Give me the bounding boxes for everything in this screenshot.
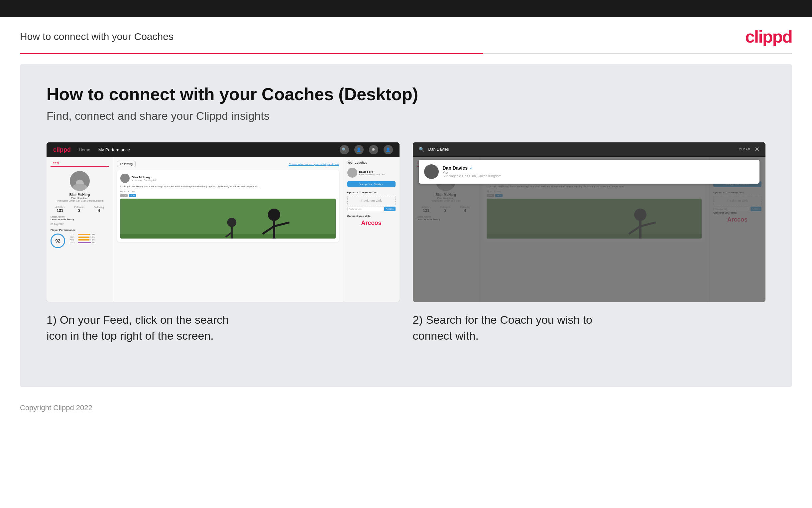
app-logo-small-1: clippd [53,146,71,153]
top-bar [0,0,812,17]
search-bar: 🔍 Dan Davies CLEAR ✕ [413,142,766,156]
trackman-box: Trackman Link [347,196,395,205]
bar-ott: OTT 90 [70,234,95,236]
profile-avatar [70,171,90,191]
search-magnifier-icon: 🔍 [419,147,424,152]
coach-avatar [347,168,357,178]
feed-tab: Feed [51,161,109,167]
manage-coaches-button[interactable]: Manage Your Coaches [347,181,395,187]
clippd-logo: clippd [745,27,792,47]
post-author-name: Blair McHarg [132,176,157,179]
search-close-icon[interactable]: ✕ [755,146,760,153]
svg-point-3 [268,209,280,221]
trackman-input-row: Add Link [347,207,395,211]
add-link-button[interactable]: Add Link [384,207,395,211]
nav-myperformance-1: My Performance [98,147,130,153]
perf-bars: OTT 90 APP 85 [70,234,95,244]
stat-following-value: 4 [94,208,104,213]
stat-followers-label: Followers [75,206,85,208]
stat-following: Following 4 [94,206,104,213]
screenshot-2-container: clippd Home My Performance 🔍 👤 ⚙ Feed [413,142,766,344]
mock-screen-2: clippd Home My Performance 🔍 👤 ⚙ Feed [413,142,766,302]
screenshots-row: clippd Home My Performance 🔍 👤 ⚙ 👤 Feed [47,142,765,344]
post-author-avatar [120,174,130,183]
result-avatar [424,164,439,179]
post-body: Looking to feel like my hands are exitin… [120,185,336,188]
search-clear-button[interactable]: CLEAR [739,148,751,151]
post-image [120,199,336,239]
search-query-display: Dan Davies [428,147,735,152]
mock-screen-1: clippd Home My Performance 🔍 👤 ⚙ 👤 Feed [47,142,399,302]
result-club: Sunningdale Golf Club, United Kingdom [443,174,501,178]
coaches-title: Your Coaches [347,161,395,164]
following-row: Following Control who can see your activ… [117,161,339,167]
avatar-nav[interactable]: 👤 [384,145,393,154]
left-panel-1: Feed Blair McHarg Plus Handicap Royal No… [47,157,113,302]
app-body-1: Feed Blair McHarg Plus Handicap Royal No… [47,157,399,302]
search-result-item[interactable]: Dan Davies ✓ Pro Sunningdale Golf Club, … [419,160,760,184]
stat-following-label: Following [94,206,104,208]
trackman-input[interactable] [347,207,384,211]
bar-putt: PUTT 96 [70,242,95,244]
user-icon-nav[interactable]: 👤 [354,145,364,154]
screenshot-1-container: clippd Home My Performance 🔍 👤 ⚙ 👤 Feed [47,142,399,344]
bar-arg: ARG 86 [70,239,95,241]
app-nav-1: clippd Home My Performance 🔍 👤 ⚙ 👤 [47,142,399,157]
main-content: How to connect with your Coaches (Deskto… [20,64,792,387]
post-card: Blair McHarg Yesterday · Sunningdale Loo… [117,170,339,242]
footer: Copyright Clippd 2022 [0,397,812,419]
result-role: Pro [443,171,501,174]
coach-name: David Ford [359,170,385,173]
main-subtitle: Find, connect and share your Clippd insi… [47,110,765,122]
feed-section-1: Following Control who can see your activ… [113,157,343,302]
following-button[interactable]: Following [117,161,136,167]
latest-activity-name: Lesson with Fordy [51,218,109,221]
profile-club: Royal North Devon Golf Club, United King… [51,200,109,202]
trackman-section: Upload a Trackman Test Trackman Link Add… [347,191,395,211]
header: How to connect with your Coaches clippd [0,17,812,53]
stat-activities: Activities 131 [55,206,65,213]
app-button[interactable]: APP [129,194,136,197]
page-title: How to connect with your Coaches [20,31,174,42]
search-icon-nav[interactable]: 🔍 [340,145,349,154]
control-link[interactable]: Control who can see your activity and da… [289,163,339,166]
post-meta: Yesterday · Sunningdale [132,179,157,181]
coach-club: Royal North Devon Golf Club [359,173,385,175]
coach-item: David Ford Royal North Devon Golf Club [347,168,395,178]
result-info: Dan Davies ✓ Pro Sunningdale Golf Club, … [443,165,501,178]
trackman-title: Upload a Trackman Test [347,191,395,194]
stat-activities-value: 131 [55,208,65,213]
off-button[interactable]: OTT [120,194,128,197]
nav-home-1: Home [79,147,90,153]
latest-activity-label: Latest Activity [51,216,109,218]
bar-app: APP 85 [70,236,95,238]
player-perf-title: Player Performance [51,228,109,231]
post-buttons: OTT APP [120,194,336,197]
header-divider [20,53,792,54]
arccos-logo: Arccos [347,220,395,226]
svg-rect-0 [120,199,336,239]
main-title: How to connect with your Coaches (Deskto… [47,84,765,104]
verified-icon: ✓ [470,166,473,171]
perf-score: 92 [51,234,65,248]
profile-handicap: Plus Handicap [51,197,109,200]
search-panel: 🔍 Dan Davies CLEAR ✕ Dan Davies ✓ [413,142,766,187]
stats-row: Activities 131 Followers 3 Following 4 [51,206,109,213]
post-header: Blair McHarg Yesterday · Sunningdale [120,174,336,183]
nav-icons-1: 🔍 👤 ⚙ 👤 [340,145,393,154]
step-1-text: 1) On your Feed, click on the searchicon… [47,312,399,344]
post-author-info: Blair McHarg Yesterday · Sunningdale [132,176,157,181]
result-name: Dan Davies [443,165,468,171]
svg-point-9 [227,218,236,227]
stat-followers-value: 3 [75,208,85,213]
copyright-text: Copyright Clippd 2022 [20,404,92,412]
profile-name: Blair McHarg [51,193,109,197]
profile-section: Blair McHarg Plus Handicap Royal North D… [51,171,109,202]
stat-followers: Followers 3 [75,206,85,213]
connect-data-title: Connect your data [347,215,395,218]
settings-icon-nav[interactable]: ⚙ [369,145,378,154]
golf-scene-svg [120,199,336,239]
player-performance: Player Performance 92 OTT 90 [51,228,109,248]
step-2-text: 2) Search for the Coach you wish toconne… [413,312,766,344]
stat-activities-label: Activities [55,206,65,208]
